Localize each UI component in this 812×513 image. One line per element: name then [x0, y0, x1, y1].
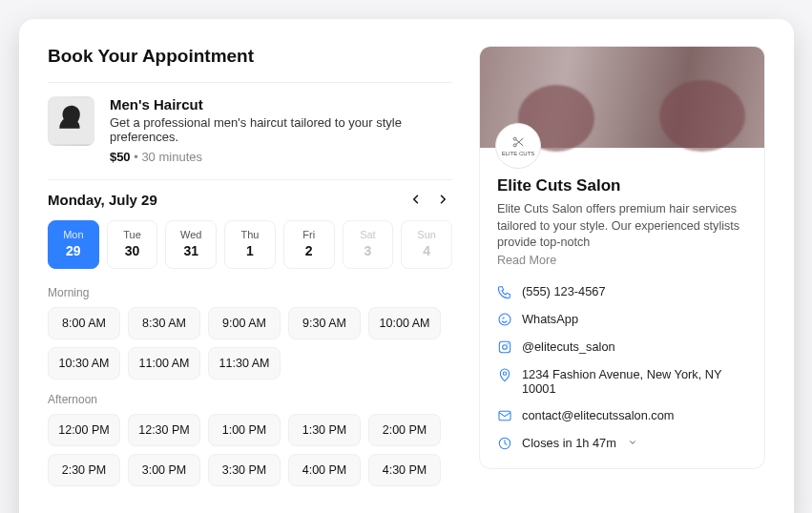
time-section-label: Afternoon [48, 393, 452, 406]
salon-logo-text: ELITE CUTS [502, 151, 535, 157]
location-pin-icon [497, 367, 512, 382]
page-title: Book Your Appointment [48, 46, 452, 67]
time-slot-button[interactable]: 4:30 PM [368, 454, 441, 486]
contact-instagram-text: @elitecuts_salon [522, 339, 615, 354]
day-number: 1 [225, 243, 275, 258]
chevron-down-icon [626, 436, 637, 450]
time-slot-button[interactable]: 1:30 PM [288, 414, 361, 446]
time-slot-grid: 12:00 PM12:30 PM1:00 PM1:30 PM2:00 PM2:3… [48, 414, 452, 486]
salon-name: Elite Cuts Salon [497, 176, 747, 195]
time-slot-button[interactable]: 1:00 PM [208, 414, 281, 446]
whatsapp-icon [497, 312, 512, 327]
service-row: Men's Haircut Get a professional men's h… [48, 83, 452, 179]
time-slot-button[interactable]: 12:00 PM [48, 414, 120, 446]
service-avatar [48, 96, 94, 146]
day-option: Sun4 [401, 220, 452, 269]
contact-email[interactable]: contact@elitecutssalon.com [497, 408, 747, 423]
time-slot-button[interactable]: 8:30 AM [128, 307, 200, 339]
day-dow: Thu [225, 229, 275, 240]
contact-address-text: 1234 Fashion Avenue, New York, NY 10001 [522, 367, 747, 396]
day-number: 3 [344, 243, 393, 258]
day-number: 31 [166, 243, 216, 258]
day-number: 30 [108, 243, 157, 258]
booking-card: Book Your Appointment Men's Haircut Get … [19, 19, 794, 513]
day-dow: Mon [49, 229, 98, 240]
svg-rect-8 [499, 411, 510, 420]
instagram-icon [497, 339, 512, 355]
service-name: Men's Haircut [110, 96, 452, 113]
next-week-button[interactable] [433, 190, 452, 209]
day-option[interactable]: Mon29 [48, 220, 99, 269]
day-dow: Tue [108, 229, 157, 240]
salon-cover-image: ELITE CUTS [480, 47, 764, 148]
read-more-link[interactable]: Read More [497, 254, 747, 267]
prev-week-button[interactable] [406, 190, 426, 209]
slot-sections: Morning8:00 AM8:30 AM9:00 AM9:30 AM10:00… [48, 286, 452, 486]
date-header: Monday, July 29 [48, 190, 452, 209]
time-slot-button[interactable]: 3:00 PM [128, 454, 200, 486]
contact-phone-text: (555) 123-4567 [522, 284, 606, 298]
mail-icon [497, 408, 512, 423]
day-dow: Wed [166, 229, 216, 240]
time-slot-button[interactable]: 11:30 AM [208, 347, 281, 380]
person-silhouette-icon [48, 96, 94, 146]
time-slot-button[interactable]: 9:00 AM [208, 307, 281, 339]
day-option[interactable]: Tue30 [107, 220, 158, 269]
service-info: Men's Haircut Get a professional men's h… [110, 96, 452, 164]
time-slot-button[interactable]: 11:00 AM [128, 347, 200, 380]
day-option[interactable]: Wed31 [165, 220, 217, 269]
svg-point-1 [513, 137, 516, 140]
day-picker: Mon29Tue30Wed31Thu1Fri2Sat3Sun4 [48, 220, 452, 269]
day-dow: Sun [402, 229, 451, 240]
day-number: 4 [402, 243, 451, 258]
service-price: $50 [110, 150, 131, 164]
contact-instagram[interactable]: @elitecuts_salon [497, 339, 747, 355]
day-option: Sat3 [343, 220, 394, 269]
service-description: Get a professional men's haircut tailore… [110, 115, 452, 144]
contact-hours-text: Closes in 1h 47m [522, 436, 616, 450]
salon-contacts: (555) 123-4567 WhatsApp @elitecuts_salon [497, 284, 747, 451]
booking-left-panel: Book Your Appointment Men's Haircut Get … [48, 46, 452, 500]
day-number: 2 [284, 243, 334, 258]
contact-phone[interactable]: (555) 123-4567 [497, 284, 747, 299]
time-slot-button[interactable]: 9:30 AM [288, 307, 361, 339]
time-slot-button[interactable]: 3:30 PM [208, 454, 281, 486]
service-duration: 30 minutes [141, 150, 202, 164]
divider [48, 179, 452, 180]
salon-card: ELITE CUTS Elite Cuts Salon Elite Cuts S… [479, 46, 765, 469]
time-slot-button[interactable]: 2:30 PM [48, 454, 120, 486]
svg-point-5 [503, 345, 508, 350]
time-slot-button[interactable]: 10:00 AM [368, 307, 441, 339]
svg-rect-4 [499, 341, 510, 352]
salon-body: Elite Cuts Salon Elite Cuts Salon offers… [480, 148, 764, 468]
contact-email-text: contact@elitecutssalon.com [522, 408, 675, 422]
svg-point-2 [513, 144, 516, 147]
phone-icon [497, 284, 512, 299]
day-option[interactable]: Thu1 [224, 220, 276, 269]
time-section-label: Morning [48, 286, 452, 299]
day-option[interactable]: Fri2 [283, 220, 335, 269]
time-slot-button[interactable]: 8:00 AM [48, 307, 120, 339]
svg-point-6 [508, 343, 509, 344]
contact-whatsapp-text: WhatsApp [522, 312, 578, 326]
clock-icon [497, 436, 512, 451]
contact-whatsapp[interactable]: WhatsApp [497, 312, 747, 327]
time-slot-button[interactable]: 10:30 AM [48, 347, 120, 380]
chevron-right-icon [437, 194, 448, 205]
time-slot-button[interactable]: 2:00 PM [368, 414, 441, 446]
time-slot-button[interactable]: 12:30 PM [128, 414, 200, 446]
date-nav [406, 190, 452, 209]
svg-point-7 [503, 372, 506, 375]
salon-description: Elite Cuts Salon offers premium hair ser… [497, 201, 747, 252]
contact-address[interactable]: 1234 Fashion Avenue, New York, NY 10001 [497, 367, 747, 396]
time-slot-button[interactable]: 4:00 PM [288, 454, 361, 486]
current-date-label: Monday, July 29 [48, 192, 157, 208]
service-separator: • [131, 150, 142, 164]
day-dow: Sat [344, 229, 393, 240]
contact-hours[interactable]: Closes in 1h 47m [497, 436, 747, 451]
salon-panel: ELITE CUTS Elite Cuts Salon Elite Cuts S… [479, 46, 765, 500]
svg-point-3 [499, 314, 510, 325]
day-number: 29 [49, 243, 98, 258]
salon-logo-badge: ELITE CUTS [495, 123, 541, 169]
time-slot-grid: 8:00 AM8:30 AM9:00 AM9:30 AM10:00 AM10:3… [48, 307, 452, 380]
